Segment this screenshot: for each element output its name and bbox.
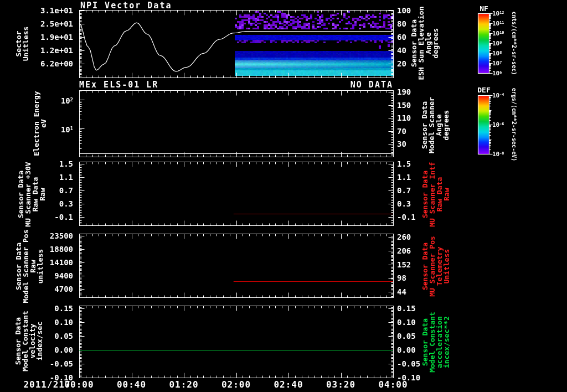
- x-axis-tick-label: 00:00: [64, 379, 94, 390]
- panel2-right-axis-label: Sensor Data Model Scanner Angle degrees: [421, 97, 450, 153]
- axis-tick-label: 0.15: [29, 304, 73, 313]
- axis-tick-label: 30: [397, 140, 406, 148]
- colorbar-tick-label: 108: [492, 49, 502, 57]
- panel3-right-axis-label: Sensor Data MU Scanner Intf Raw Data Raw: [421, 162, 450, 226]
- axis-tick-label: 110: [397, 114, 411, 122]
- axis-tick-label: 1.2e+01: [29, 46, 73, 55]
- axis-tick-label: 100: [397, 6, 411, 15]
- axis-tick-label: 9400: [29, 271, 73, 280]
- axis-tick-label: 0.00: [29, 345, 73, 354]
- panel4-right-axis-label: Sensor Data MU Scanner Pos Telemetry Uni…: [421, 236, 450, 297]
- axis-tick-label: -0.05: [29, 359, 73, 368]
- axis-tick-label: 80: [397, 19, 406, 28]
- axis-tick-label: 70: [397, 127, 406, 136]
- x-axis-tick-label: 03:20: [326, 379, 355, 390]
- axis-tick-label: 0.10: [29, 318, 73, 327]
- x-axis-tick-label: 00:40: [117, 379, 146, 390]
- axis-tick-label: 0.00: [397, 345, 416, 354]
- axis-tick-label: 4700: [29, 285, 73, 293]
- axis-tick-label: 101: [29, 124, 73, 134]
- axis-tick-label: 0.3: [397, 199, 411, 208]
- axis-tick-label: 98: [397, 274, 406, 282]
- axis-tick-label: 0.05: [29, 332, 73, 341]
- plot-window: NPI Vector Data MEx ELS-01 LR NO DATA Se…: [0, 0, 567, 392]
- colorbar-def-label: DEF: [477, 86, 490, 94]
- colorbar-nf-label: NF: [480, 4, 488, 13]
- panel2-no-data-label: NO DATA: [79, 80, 393, 90]
- axis-tick-label: 102: [29, 95, 73, 105]
- axis-tick-label: 6.2e+00: [29, 59, 73, 68]
- x-axis-tick-label: 01:20: [169, 379, 198, 390]
- colorbar-tick-label: 1010: [492, 29, 504, 37]
- x-axis-tick-label: 02:40: [274, 379, 303, 390]
- panel1-left-axis-label: Sector Unitless: [15, 27, 29, 61]
- colorbar-tick-label: 10-4: [492, 91, 504, 99]
- colorbar-nf-unit-label: cnts/(cm**2-sr-sec): [511, 12, 517, 75]
- axis-tick-label: 18800: [29, 245, 73, 254]
- colorbar-tick-label: 109: [492, 39, 502, 47]
- panel1-title: NPI Vector Data: [80, 1, 172, 11]
- panel1-right-axis-label: Sensor Data ESH Sun Elevation Angle degr…: [410, 6, 439, 80]
- axis-tick-label: 0.7: [397, 186, 411, 195]
- colorbar-tick-label: 107: [492, 59, 502, 67]
- axis-tick-label: 44: [397, 287, 406, 296]
- colorbar-tick-label: 10-8: [492, 150, 504, 158]
- panel5-right-axis-label: Sensor Data Model Constant acceleration …: [421, 312, 450, 373]
- axis-tick-label: 1.1: [397, 173, 411, 182]
- plot-canvas: [0, 0, 567, 392]
- axis-tick-label: 0.15: [397, 304, 416, 313]
- axis-tick-label: 0.3: [29, 199, 73, 208]
- x-axis-tick-label: 04:00: [378, 379, 408, 390]
- axis-tick-label: -0.05: [397, 359, 420, 368]
- axis-tick-label: 20: [397, 59, 406, 68]
- axis-tick-label: 40: [397, 46, 406, 55]
- axis-tick-label: -0.1: [29, 213, 73, 221]
- axis-tick-label: 190: [397, 87, 411, 96]
- axis-tick-label: 152: [397, 260, 411, 269]
- axis-tick-label: 1.5: [397, 159, 411, 168]
- axis-tick-label: 60: [397, 33, 406, 42]
- axis-tick-label: 0.10: [397, 318, 416, 327]
- axis-tick-label: 1.1: [29, 173, 73, 182]
- colorbar-tick-label: 1011: [492, 19, 504, 27]
- axis-tick-label: 0.7: [29, 186, 73, 195]
- axis-tick-label: 206: [397, 246, 411, 255]
- colorbar-tick-label: 10-6: [492, 121, 504, 128]
- axis-tick-label: 23500: [29, 231, 73, 240]
- axis-tick-label: 1.5: [29, 159, 73, 168]
- axis-tick-label: 1.9e+01: [29, 33, 73, 42]
- colorbar-tick-label: 106: [492, 69, 502, 77]
- x-axis-tick-label: 02:00: [221, 379, 251, 390]
- colorbar-def-unit-label: ergs/(cm**2-sr-sec-eV): [511, 88, 517, 161]
- axis-tick-label: 3.1e+01: [29, 6, 73, 15]
- axis-tick-label: 260: [397, 233, 411, 241]
- axis-tick-label: 14100: [29, 258, 73, 267]
- axis-tick-label: -0.1: [397, 213, 416, 221]
- axis-tick-label: 0.05: [397, 332, 416, 341]
- axis-tick-label: 2.5e+01: [29, 19, 73, 28]
- colorbar-tick-label: 1012: [492, 9, 504, 17]
- axis-tick-label: 150: [397, 101, 411, 110]
